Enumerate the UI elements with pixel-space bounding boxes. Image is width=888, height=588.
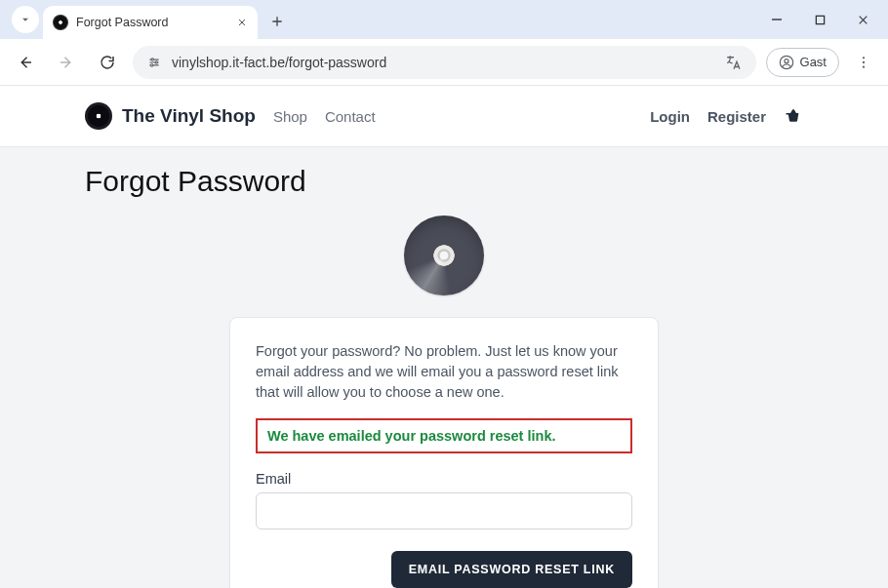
nav-back-button[interactable] — [10, 47, 41, 78]
svg-point-3 — [151, 63, 153, 65]
page-title: Forgot Password — [85, 165, 803, 198]
minimize-icon — [771, 14, 783, 25]
arrow-left-icon — [17, 54, 34, 71]
close-icon — [857, 14, 869, 26]
svg-point-2 — [155, 60, 157, 62]
nav-contact[interactable]: Contact — [325, 108, 376, 125]
main-content: Forgot Password Forgot your password? No… — [73, 147, 815, 588]
arrow-right-icon — [58, 54, 75, 71]
profile-label: Gast — [800, 55, 827, 69]
new-tab-button[interactable] — [263, 8, 291, 35]
nav-login[interactable]: Login — [650, 108, 690, 125]
chevron-down-icon — [19, 13, 32, 26]
translate-button[interactable] — [725, 54, 743, 71]
window-close-button[interactable] — [843, 5, 882, 34]
translate-icon — [725, 54, 743, 71]
basket-icon — [784, 107, 803, 125]
site-controls-button[interactable] — [146, 56, 162, 69]
profile-guest-button[interactable]: Gast — [766, 48, 839, 77]
tab-title: Forgot Password — [76, 16, 168, 29]
page-viewport: The Vinyl Shop Shop Contact Login Regist… — [0, 86, 888, 588]
window-maximize-button[interactable] — [800, 5, 839, 34]
svg-point-4 — [780, 56, 792, 68]
tab-search-button[interactable] — [12, 6, 39, 33]
site-header: The Vinyl Shop Shop Contact Login Regist… — [0, 86, 888, 147]
vinyl-disc-icon — [404, 216, 484, 295]
nav-shop[interactable]: Shop — [273, 108, 307, 125]
brand-text: The Vinyl Shop — [122, 105, 256, 127]
cart-button[interactable] — [784, 107, 803, 125]
close-icon — [236, 17, 248, 28]
kebab-icon — [856, 55, 871, 70]
vinyl-logo-icon — [85, 102, 112, 130]
svg-point-1 — [151, 58, 153, 59]
tune-icon — [146, 56, 162, 69]
browser-toolbar: vinylshop.it-fact.be/forgot-password Gas… — [0, 39, 888, 86]
reload-icon — [99, 54, 116, 71]
svg-point-6 — [863, 57, 865, 59]
nav-reload-button[interactable] — [92, 47, 123, 78]
browser-tab-active[interactable]: Forgot Password — [43, 6, 258, 39]
window-minimize-button[interactable] — [757, 5, 796, 34]
svg-point-7 — [863, 60, 865, 62]
plus-icon — [269, 14, 285, 29]
svg-point-5 — [785, 59, 788, 62]
user-icon — [779, 55, 794, 70]
email-label: Email — [256, 471, 632, 487]
window-controls — [757, 0, 882, 39]
nav-register[interactable]: Register — [707, 108, 766, 125]
status-message-highlight: We have emailed your password reset link… — [256, 418, 632, 453]
submit-reset-button[interactable]: EMAIL PASSWORD RESET LINK — [391, 551, 632, 588]
address-url-text: vinylshop.it-fact.be/forgot-password — [172, 55, 386, 70]
browser-menu-button[interactable] — [849, 48, 878, 77]
email-field[interactable] — [256, 492, 632, 529]
address-bar[interactable]: vinylshop.it-fact.be/forgot-password — [133, 46, 756, 79]
hero-illustration — [85, 216, 803, 295]
card-intro-text: Forgot your password? No problem. Just l… — [256, 341, 632, 403]
nav-forward-button[interactable] — [51, 47, 82, 78]
tab-close-button[interactable] — [236, 17, 248, 28]
browser-tabstrip: Forgot Password — [0, 0, 888, 39]
maximize-icon — [815, 15, 826, 25]
svg-point-8 — [863, 65, 865, 67]
status-message: We have emailed your password reset link… — [267, 428, 621, 444]
forgot-password-card: Forgot your password? No problem. Just l… — [229, 317, 659, 588]
vinyl-favicon-icon — [53, 15, 68, 30]
brand-link[interactable]: The Vinyl Shop — [85, 102, 256, 130]
svg-rect-0 — [816, 16, 824, 23]
